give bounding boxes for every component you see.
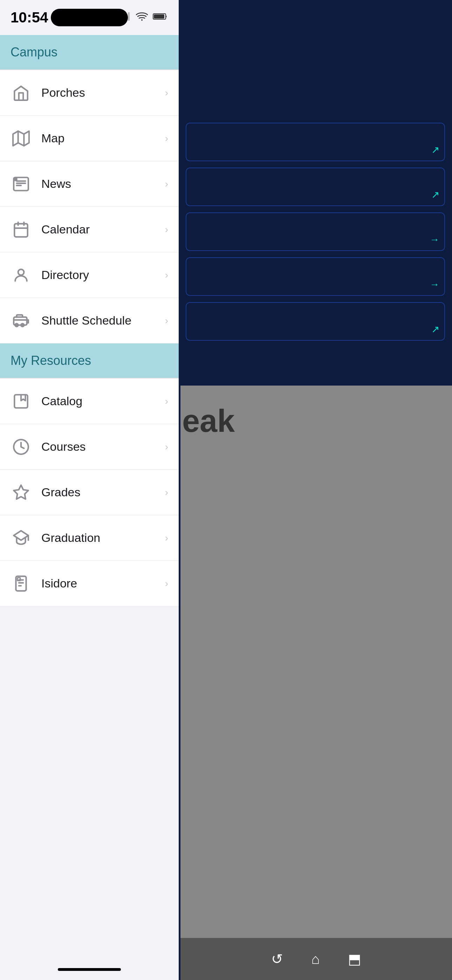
news-icon [11,173,32,194]
diagonal-arrow-icon-3: ↗ [431,323,439,335]
porches-chevron: › [165,87,168,99]
diagonal-arrow-icon-1: ↗ [431,144,439,156]
graduation-label: Graduation [41,531,155,545]
menu-item-calendar[interactable]: Calendar › [0,207,179,252]
dynamic-island [51,9,128,26]
diagonal-arrow-icon-2: ↗ [431,189,439,200]
status-time: 10:54 [11,9,48,26]
menu-item-isidore[interactable]: Isidore › [0,561,179,606]
shuttle-schedule-label: Shuttle Schedule [41,314,155,328]
right-card-1[interactable]: ↗ [186,123,445,161]
bottom-right-panel [180,385,452,980]
grades-label: Grades [41,485,155,499]
news-label: News [41,177,155,191]
courses-label: Courses [41,440,155,453]
section-header-my-resources: My Resources [0,344,179,379]
graduation-icon [11,528,32,549]
right-card-4[interactable]: → [186,257,445,296]
refresh-icon[interactable]: ↺ [271,951,283,967]
menu-item-map[interactable]: Map › [0,116,179,161]
directory-label: Directory [41,268,155,282]
menu-item-graduation[interactable]: Graduation › [0,515,179,561]
menu-item-catalog[interactable]: Catalog › [0,379,179,424]
partial-text: eak [182,403,235,439]
battery-icon [153,12,168,23]
drawer-panel: 10:54 [0,0,179,980]
svg-rect-15 [14,224,28,237]
section-header-campus: Campus [0,35,179,70]
map-icon [11,128,32,149]
menu-item-directory[interactable]: Directory › [0,252,179,298]
map-chevron: › [165,133,168,144]
menu-item-grades[interactable]: Grades › [0,470,179,515]
home-nav-icon[interactable]: ⌂ [311,951,320,967]
catalog-chevron: › [165,396,168,407]
right-arrow-icon-2: → [430,279,439,290]
bottom-nav-bar: ↺ ⌂ ⬒ [180,938,452,980]
menu-scroll-area[interactable]: Campus Porches › Map › [0,35,179,959]
person-icon [11,265,32,286]
map-label: Map [41,131,155,145]
svg-rect-6 [154,14,164,19]
home-icon [11,83,32,103]
share-icon[interactable]: ⬒ [348,951,361,967]
status-bar: 10:54 [0,0,179,35]
menu-item-news[interactable]: News › [0,161,179,207]
right-card-3[interactable]: → [186,212,445,251]
svg-point-4 [141,19,143,21]
graduation-chevron: › [165,532,168,544]
right-arrow-icon-1: → [430,234,439,245]
svg-marker-24 [14,485,29,499]
catalog-label: Catalog [41,394,155,408]
svg-marker-7 [13,131,29,146]
svg-rect-14 [14,177,17,181]
grades-icon [11,482,32,503]
menu-item-shuttle-schedule[interactable]: Shuttle Schedule › [0,298,179,344]
home-bar [58,968,121,971]
news-chevron: › [165,178,168,189]
calendar-chevron: › [165,224,168,235]
home-indicator [0,959,179,980]
wifi-icon [136,12,148,24]
isidore-label: Isidore [41,577,155,590]
shuttle-schedule-chevron: › [165,315,168,326]
grades-chevron: › [165,487,168,498]
courses-chevron: › [165,441,168,452]
svg-rect-3 [128,12,130,21]
right-cards-panel: ↗ ↗ → → ↗ [186,123,445,341]
right-card-5[interactable]: ↗ [186,302,445,341]
porches-label: Porches [41,86,155,100]
calendar-icon [11,219,32,240]
svg-point-19 [18,269,24,275]
shuttle-icon [11,310,32,331]
directory-chevron: › [165,269,168,281]
courses-icon [11,436,32,457]
catalog-icon [11,391,32,412]
isidore-icon [11,573,32,594]
isidore-chevron: › [165,578,168,589]
menu-item-porches[interactable]: Porches › [0,70,179,116]
calendar-label: Calendar [41,223,155,236]
menu-item-courses[interactable]: Courses › [0,424,179,470]
right-card-2[interactable]: ↗ [186,167,445,206]
